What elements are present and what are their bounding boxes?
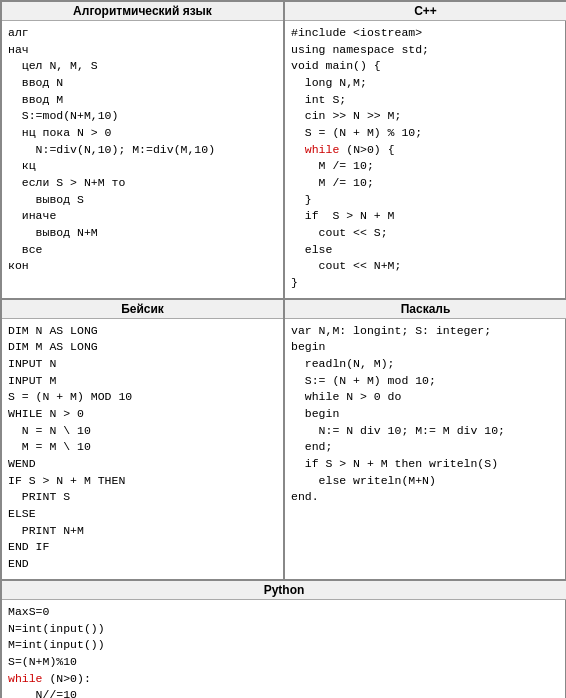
basic-header: Бейсик: [2, 300, 283, 319]
basic-code: DIM N AS LONG DIM M AS LONG INPUT N INPU…: [8, 323, 277, 573]
pascal-code: var N,M: longint; S: integer; begin read…: [291, 323, 560, 506]
cpp-header: C++: [285, 2, 566, 21]
algorithmic-header: Алгоритмический язык: [2, 2, 283, 21]
cpp-code: #include <iostream> using namespace std;…: [291, 25, 560, 292]
panel-algorithmic: Алгоритмический язык алг нач цел N, M, S…: [1, 1, 284, 299]
panel-pascal: Паскаль var N,M: longint; S: integer; be…: [284, 299, 566, 580]
python-header: Python: [2, 581, 566, 600]
main-grid: Алгоритмический язык алг нач цел N, M, S…: [0, 0, 566, 698]
pascal-header: Паскаль: [285, 300, 566, 319]
panel-basic: Бейсик DIM N AS LONG DIM M AS LONG INPUT…: [1, 299, 284, 580]
panel-python: Python MaxS=0 N=int(input()) M=int(input…: [1, 580, 566, 698]
python-code: MaxS=0 N=int(input()) M=int(input()) S=(…: [8, 604, 560, 698]
algorithmic-code: алг нач цел N, M, S ввод N ввод M S:=mod…: [8, 25, 277, 275]
panel-cpp: C++ #include <iostream> using namespace …: [284, 1, 566, 299]
